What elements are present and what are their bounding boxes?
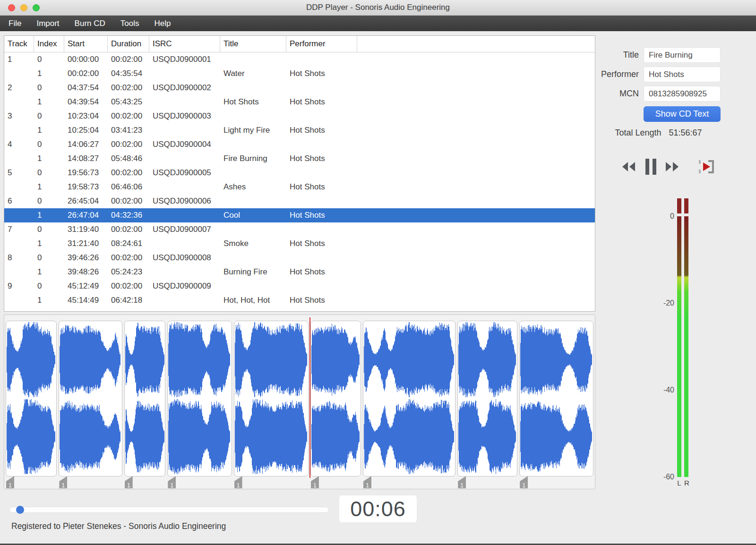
cell-duration: 06:46:06	[108, 180, 149, 194]
cell-isrc	[149, 123, 220, 137]
title-field[interactable]	[644, 47, 721, 63]
performer-field-label: Performer	[592, 67, 639, 82]
play-selection-button[interactable]	[698, 159, 716, 177]
registration-status-text: Registered to Pieter Stenekes - Sonoris …	[11, 521, 226, 531]
cell-index: 0	[34, 279, 64, 293]
table-row[interactable]: 3010:23:0400:02:00USQDJ0900003	[4, 109, 595, 123]
table-row[interactable]: 104:39:5405:43:25Hot ShotsHot Shots	[4, 95, 595, 109]
waveform-track-segment-5[interactable]: 1	[234, 321, 309, 477]
cell-start: 14:06:27	[64, 137, 108, 152]
cell-isrc: USQDJ0900004	[149, 137, 220, 152]
table-body: 1000:00:0000:02:00USQDJ0900001100:02:000…	[4, 52, 595, 307]
cell-start: 31:19:40	[64, 222, 108, 237]
waveform-track-segment-2[interactable]: 1	[59, 321, 122, 477]
cell-performer	[286, 109, 357, 123]
table-row[interactable]: 119:58:7306:46:06AshesHot Shots	[4, 180, 595, 194]
cell-index: 1	[34, 123, 64, 137]
cell-index: 1	[34, 237, 64, 251]
index-marker: 1	[520, 476, 528, 488]
menu-item-import[interactable]: Import	[29, 16, 67, 31]
fast-forward-button[interactable]	[663, 159, 681, 177]
menu-item-file[interactable]: File	[1, 16, 29, 31]
playhead-cursor[interactable]	[309, 317, 310, 478]
cell-isrc: USQDJ0900006	[149, 194, 220, 208]
cell-title: Smoke	[220, 237, 286, 251]
index-marker: 1	[363, 476, 371, 488]
title-bar: DDP Player - Sonoris Audio Engineering	[0, 0, 756, 16]
table-row[interactable]: 5019:56:7300:02:00USQDJ0900005	[4, 166, 595, 180]
menu-bar: FileImportBurn CDToolsHelp	[0, 16, 756, 31]
rewind-button[interactable]	[619, 159, 637, 177]
performer-field[interactable]	[644, 67, 721, 82]
cell-performer	[286, 251, 357, 265]
time-display: 00:06	[339, 495, 417, 522]
table-row[interactable]: 100:02:0004:35:54WaterHot Shots	[4, 67, 595, 81]
table-row[interactable]: 1000:00:0000:02:00USQDJ0900001	[4, 52, 595, 67]
menu-item-burn-cd[interactable]: Burn CD	[67, 16, 113, 31]
cell-performer	[286, 137, 357, 152]
cell-track	[4, 123, 34, 137]
seek-slider-thumb[interactable]	[16, 506, 24, 514]
waveform-track-segment-3[interactable]: 1	[124, 321, 166, 477]
table-row[interactable]: 2004:37:5400:02:00USQDJ0900002	[4, 81, 595, 95]
cell-title: Hot Shots	[220, 95, 286, 109]
table-row[interactable]: 131:21:4008:24:61SmokeHot Shots	[4, 237, 595, 251]
table-row[interactable]: 139:48:2605:24:23Burning FireHot Shots	[4, 265, 595, 279]
table-row[interactable]: 114:08:2705:48:46Fire BurningHot Shots	[4, 152, 595, 166]
fast-forward-icon	[665, 162, 680, 174]
cell-index: 1	[34, 293, 64, 307]
seek-slider[interactable]	[9, 507, 329, 513]
table-row-selected[interactable]: 126:47:0404:32:36CoolHot Shots	[4, 208, 595, 222]
menu-item-help[interactable]: Help	[146, 16, 178, 31]
column-header-start[interactable]: Start	[64, 36, 108, 52]
waveform-track-segment-7[interactable]: 1	[363, 321, 455, 477]
cell-duration: 03:41:23	[108, 123, 149, 137]
column-header-isrc[interactable]: ISRC	[149, 36, 220, 52]
cell-duration: 04:32:36	[108, 208, 149, 222]
cell-track: 6	[4, 194, 34, 208]
cell-performer	[286, 279, 357, 293]
cell-index: 0	[34, 251, 64, 265]
total-length-label: Total Length	[615, 128, 661, 138]
column-header-performer[interactable]: Performer	[286, 36, 357, 52]
waveform-track-segment-8[interactable]: 1	[457, 321, 517, 477]
mcn-field[interactable]	[644, 86, 721, 102]
table-row[interactable]: 7031:19:4000:02:00USQDJ0900007	[4, 222, 595, 237]
cell-start: 45:14:49	[64, 293, 108, 307]
column-header-spacer[interactable]	[357, 36, 595, 52]
cell-performer: Hot Shots	[286, 95, 357, 109]
cell-performer: Hot Shots	[286, 180, 357, 194]
waveform-canvas	[6, 321, 55, 475]
table-row[interactable]: 4014:06:2700:02:00USQDJ0900004	[4, 137, 595, 152]
waveform-track-strip: 111111111	[6, 321, 593, 477]
column-header-track[interactable]: Track	[4, 36, 34, 52]
column-header-index[interactable]: Index	[34, 36, 64, 52]
cell-start: 26:47:04	[64, 208, 108, 222]
waveform-track-segment-9[interactable]: 1	[519, 321, 593, 477]
cell-index: 0	[34, 81, 64, 95]
table-row[interactable]: 145:14:4906:42:18Hot, Hot, HotHot Shots	[4, 293, 595, 307]
waveform-track-segment-4[interactable]: 1	[167, 321, 232, 477]
waveform-track-segment-1[interactable]: 1	[6, 321, 57, 477]
cell-index: 1	[34, 265, 64, 279]
cell-performer: Hot Shots	[286, 152, 357, 166]
waveform-canvas	[311, 321, 360, 475]
cell-index: 1	[34, 180, 64, 194]
cell-track	[4, 152, 34, 166]
track-table: TrackIndexStartDurationISRCTitlePerforme…	[4, 35, 595, 312]
table-row[interactable]: 9045:12:4900:02:00USQDJ0900009	[4, 279, 595, 293]
waveform-track-segment-6[interactable]: 1	[310, 321, 361, 477]
cell-performer	[286, 81, 357, 95]
table-row[interactable]: 110:25:0403:41:23Light my FireHot Shots	[4, 123, 595, 137]
menu-item-tools[interactable]: Tools	[113, 16, 147, 31]
cell-isrc: USQDJ0900009	[149, 279, 220, 293]
table-row[interactable]: 8039:46:2600:02:00USQDJ0900008	[4, 251, 595, 265]
column-header-title[interactable]: Title	[220, 36, 286, 52]
column-header-duration[interactable]: Duration	[108, 36, 149, 52]
table-row[interactable]: 6026:45:0400:02:00USQDJ0900006	[4, 194, 595, 208]
show-cd-text-button[interactable]: Show CD Text	[644, 106, 721, 122]
cell-start: 31:21:40	[64, 237, 108, 251]
cell-performer: Hot Shots	[286, 265, 357, 279]
pause-button[interactable]	[642, 159, 660, 177]
meter-bar-left	[677, 216, 681, 477]
